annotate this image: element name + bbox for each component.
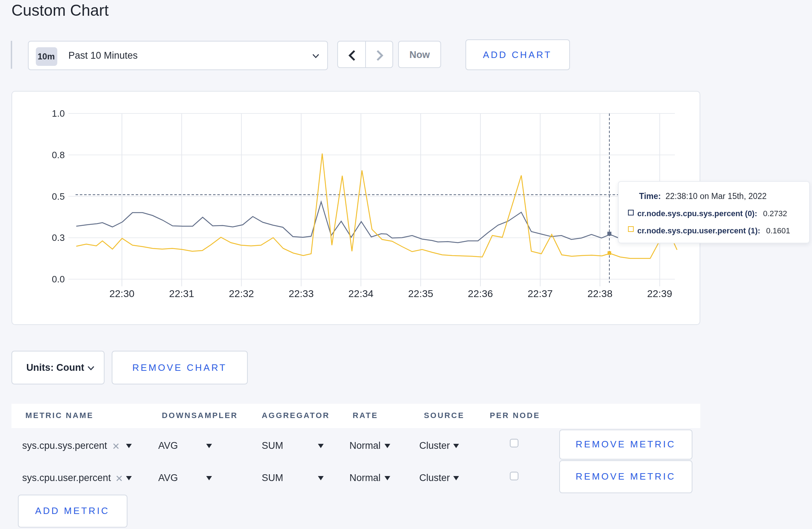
svg-text:22:35: 22:35 <box>408 288 433 299</box>
svg-text:22:30: 22:30 <box>109 288 134 299</box>
svg-text:22:31: 22:31 <box>169 288 194 299</box>
svg-text:0.8: 0.8 <box>52 149 64 160</box>
svg-text:22:33: 22:33 <box>288 288 313 299</box>
svg-text:22:39: 22:39 <box>647 288 672 299</box>
svg-text:22:37: 22:37 <box>527 288 552 299</box>
svg-text:22:32: 22:32 <box>228 288 253 299</box>
svg-text:0.3: 0.3 <box>52 232 64 243</box>
svg-text:22:36: 22:36 <box>468 288 493 299</box>
svg-text:22:38: 22:38 <box>587 288 612 299</box>
svg-text:0.5: 0.5 <box>52 191 64 202</box>
svg-text:1.0: 1.0 <box>52 108 64 118</box>
svg-text:22:34: 22:34 <box>348 288 373 299</box>
svg-text:0.0: 0.0 <box>52 273 64 284</box>
